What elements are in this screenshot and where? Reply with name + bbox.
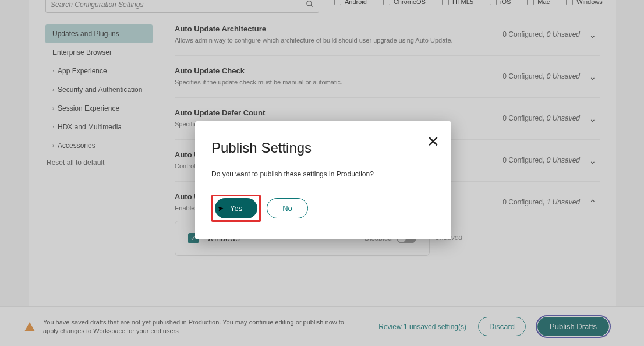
cursor-icon: ➤ <box>217 203 224 213</box>
dialog-title: Publish Settings <box>211 140 435 156</box>
close-icon[interactable]: ✕ <box>427 134 440 149</box>
dialog-body: Do you want to publish these settings in… <box>211 170 435 178</box>
dialog-actions: Yes No <box>211 195 435 222</box>
no-button[interactable]: No <box>267 198 308 218</box>
publish-settings-dialog: ✕ Publish Settings Do you want to publis… <box>195 121 451 239</box>
